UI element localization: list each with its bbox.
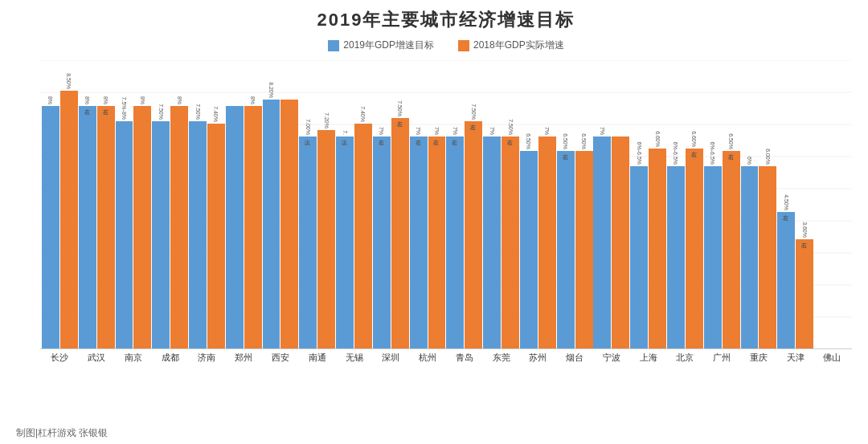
bar-orange-0: 8.50% xyxy=(60,91,78,348)
city-group-8: 7.以上7.40% xyxy=(336,124,372,348)
bar-blue-16: 6%-6.5% xyxy=(630,166,648,348)
chart-container: 2019年主要城市经济增速目标 2019年GDP增速目标 2018年GDP实际增… xyxy=(0,0,868,444)
x-label-11: 青岛 xyxy=(446,352,482,364)
bar-blue-6: 8.20% xyxy=(263,100,280,348)
x-label-8: 无锡 xyxy=(336,352,372,364)
legend-orange: 2018年GDP实际增速 xyxy=(458,39,564,52)
bar-orange-18: 6.50%左右 xyxy=(723,151,740,348)
bar-orange-7: 7.20% xyxy=(317,130,335,348)
chart-legend: 2019年GDP增速目标 2018年GDP实际增速 xyxy=(40,39,852,52)
bar-orange-12: 7.50%左右 xyxy=(502,136,519,348)
x-label-9: 深圳 xyxy=(373,352,409,364)
city-group-3: 7.50%8% xyxy=(152,106,188,348)
city-group-5: 8% xyxy=(226,106,262,348)
x-label-16: 上海 xyxy=(630,352,666,364)
city-group-17: 6%-6.5%6.60%左右 xyxy=(667,149,703,348)
x-label-10: 杭州 xyxy=(410,352,446,364)
x-label-18: 广州 xyxy=(704,352,740,364)
x-label-0: 长沙 xyxy=(42,352,78,364)
x-label-20: 天津 xyxy=(777,352,813,364)
bar-orange-13: 7% xyxy=(538,136,556,348)
bar-blue-9: 7%左右 xyxy=(373,136,391,348)
x-label-12: 东莞 xyxy=(483,352,519,364)
city-group-14: 6.50%左右6.50% xyxy=(557,151,593,348)
bar-blue-1: 8%左右 xyxy=(79,106,96,348)
bar-blue-11: 7%左右 xyxy=(446,136,464,348)
x-label-5: 郑州 xyxy=(226,352,262,364)
bar-orange-8: 7.40% xyxy=(354,124,372,348)
chart-title: 2019年主要城市经济增速目标 xyxy=(40,8,852,32)
bar-blue-20: 4.50%左右 xyxy=(777,212,795,348)
city-group-0: 8%8.50% xyxy=(42,91,78,348)
city-group-11: 7%左右7.50%左右 xyxy=(446,121,482,348)
chart-area: 8%8.50%8%左右8%左右7.5%-8%8%7.50%8%7.50%7.40… xyxy=(40,60,852,373)
city-group-2: 7.5%-8%8% xyxy=(116,106,152,348)
bar-orange-10: 7%左右 xyxy=(428,136,446,348)
legend-blue: 2019年GDP增速目标 xyxy=(328,39,434,52)
bar-orange-2: 8% xyxy=(133,106,151,348)
bar-orange-5: 8% xyxy=(244,106,262,348)
bar-blue-4: 7.50% xyxy=(189,121,207,348)
bar-blue-13: 6.50% xyxy=(520,151,538,348)
bar-blue-17: 6%-6.5% xyxy=(667,166,685,348)
bar-blue-18: 6%-6.5% xyxy=(704,166,722,348)
x-label-15: 宁波 xyxy=(593,352,629,364)
bar-blue-0: 8% xyxy=(42,106,59,348)
city-group-6: 8.20% xyxy=(263,100,299,348)
x-label-13: 苏州 xyxy=(520,352,556,364)
x-label-19: 重庆 xyxy=(741,352,777,364)
city-group-1: 8%左右8%左右 xyxy=(79,106,115,348)
x-label-17: 北京 xyxy=(667,352,703,364)
x-label-3: 成都 xyxy=(152,352,188,364)
city-group-18: 6%-6.5%6.50%左右 xyxy=(704,151,740,348)
bar-orange-14: 6.50% xyxy=(575,151,593,348)
x-label-4: 济南 xyxy=(189,352,225,364)
bar-orange-16: 6.60% xyxy=(649,149,666,348)
bar-orange-6 xyxy=(280,100,298,348)
chart-footer: 制图|杠杆游戏 张银银 xyxy=(16,426,108,440)
bar-blue-5 xyxy=(226,106,244,348)
bar-orange-17: 6.60%左右 xyxy=(686,149,703,348)
city-group-12: 7%7.50%左右 xyxy=(483,136,519,348)
legend-blue-label: 2019年GDP增速目标 xyxy=(343,39,434,52)
bar-blue-14: 6.50%左右 xyxy=(557,151,575,348)
bar-blue-3: 7.50% xyxy=(152,121,170,348)
legend-orange-color xyxy=(458,40,469,51)
bar-blue-12: 7% xyxy=(483,136,501,348)
bar-orange-19: 6.00% xyxy=(759,166,776,348)
legend-blue-color xyxy=(328,40,339,51)
city-group-15: 7% xyxy=(593,136,629,348)
bar-orange-11: 7.50%左右 xyxy=(465,121,482,348)
city-group-10: 7%左右7%左右 xyxy=(410,136,446,348)
city-group-7: 7.00%以上7.20% xyxy=(299,130,335,348)
bar-orange-3: 8% xyxy=(170,106,188,348)
bar-orange-4: 7.40% xyxy=(207,124,225,348)
x-label-21: 佛山 xyxy=(814,352,850,364)
bar-orange-20: 3.60%左右 xyxy=(796,239,813,348)
city-group-13: 6.50%7% xyxy=(520,136,556,348)
x-label-14: 烟台 xyxy=(557,352,593,364)
bar-blue-8: 7.以上 xyxy=(336,136,354,348)
x-label-1: 武汉 xyxy=(79,352,115,364)
bar-blue-15: 7% xyxy=(593,136,611,348)
city-group-9: 7%左右7.50%左右 xyxy=(373,118,409,348)
x-label-6: 西安 xyxy=(263,352,299,364)
city-group-16: 6%-6.5%6.60% xyxy=(630,149,666,348)
city-group-20: 4.50%左右3.60%左右 xyxy=(777,212,813,348)
city-group-19: 6%6.00% xyxy=(741,166,777,348)
city-group-4: 7.50%7.40% xyxy=(189,121,225,348)
legend-orange-label: 2018年GDP实际增速 xyxy=(473,39,564,52)
bar-orange-1: 8%左右 xyxy=(97,106,115,348)
x-label-2: 南京 xyxy=(116,352,152,364)
bar-orange-9: 7.50%左右 xyxy=(391,118,409,348)
bar-orange-15 xyxy=(612,136,629,348)
bar-blue-19: 6% xyxy=(741,166,759,348)
bar-blue-10: 7%左右 xyxy=(410,136,428,348)
x-label-7: 南通 xyxy=(299,352,335,364)
bar-blue-7: 7.00%以上 xyxy=(299,136,317,348)
bar-blue-2: 7.5%-8% xyxy=(116,121,133,348)
